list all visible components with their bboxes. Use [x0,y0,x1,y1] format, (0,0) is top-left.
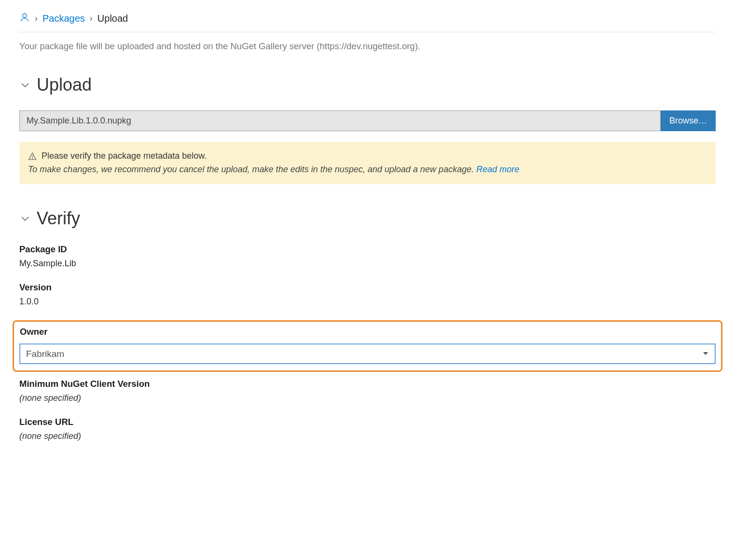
upload-heading: Upload [37,75,92,95]
upload-row: My.Sample.Lib.1.0.0.nupkg Browse… [19,110,716,131]
field-min-client: Minimum NuGet Client Version (none speci… [19,379,716,403]
upload-section-toggle[interactable]: Upload [19,75,716,95]
alert-line1: Please verify the package metadata below… [42,150,207,163]
verify-section-toggle[interactable]: Verify [19,208,716,229]
breadcrumb: › Packages › Upload [19,12,716,32]
chevron-down-icon [19,213,31,224]
alert-line2: To make changes, we recommend you cancel… [28,164,476,174]
min-client-label: Minimum NuGet Client Version [19,379,716,389]
chevron-down-icon [19,79,31,91]
field-version: Version 1.0.0 [19,282,716,307]
version-value: 1.0.0 [19,297,716,307]
breadcrumb-link-packages[interactable]: Packages [42,13,85,24]
package-id-value: My.Sample.Lib [19,259,716,269]
owner-highlight-box: Owner Fabrikam [13,320,722,372]
owner-label: Owner [20,327,715,337]
svg-point-0 [23,14,27,17]
selected-file-display: My.Sample.Lib.1.0.0.nupkg [19,110,661,131]
intro-text: Your package file will be uploaded and h… [19,41,716,52]
breadcrumb-separator-icon: › [35,14,38,24]
verify-heading: Verify [37,208,80,229]
min-client-value: (none specified) [19,393,716,403]
owner-select[interactable]: Fabrikam [20,344,715,364]
license-url-value: (none specified) [19,431,716,441]
user-icon[interactable] [19,12,30,25]
svg-point-2 [32,158,32,159]
breadcrumb-current: Upload [97,13,128,24]
field-license-url: License URL (none specified) [19,417,716,441]
read-more-link[interactable]: Read more [476,164,519,174]
verify-alert: Please verify the package metadata below… [19,142,716,184]
version-label: Version [19,282,716,293]
browse-button[interactable]: Browse… [661,110,716,131]
breadcrumb-separator-icon: › [90,14,93,24]
package-id-label: Package ID [19,244,716,255]
license-url-label: License URL [19,417,716,427]
field-package-id: Package ID My.Sample.Lib [19,244,716,269]
warning-icon [28,152,37,161]
